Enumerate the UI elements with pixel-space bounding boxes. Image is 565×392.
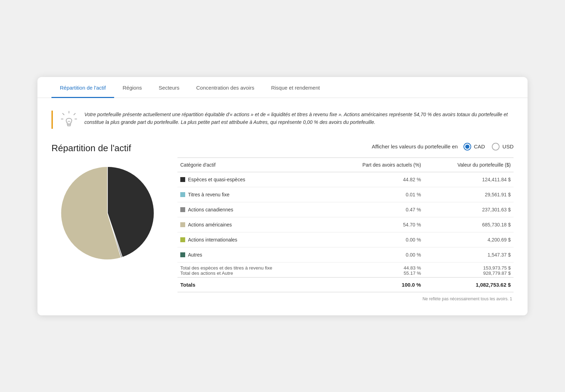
grand-total-percent: 100.0 % — [326, 277, 424, 292]
lightbulb-icon — [60, 111, 78, 129]
color-dot — [180, 207, 185, 212]
table-row: Espèces et quasi-espèces 44.82 % 124,411… — [177, 172, 514, 187]
category-name: Autres — [188, 252, 202, 258]
usd-radio[interactable] — [492, 143, 500, 150]
section-title: Répartition de l'actif — [51, 143, 163, 154]
footnote: Ne reflète pas nécessairement tous les a… — [177, 296, 514, 301]
totals-row: Total des espèces et des titres à revenu… — [177, 262, 514, 277]
svg-rect-6 — [68, 125, 70, 126]
value-cell: 29,561.91 $ — [424, 187, 514, 202]
col-header-category: Catégorie d'actif — [177, 158, 326, 172]
cad-radio[interactable] — [463, 143, 471, 150]
insight-box: Votre portefeuille présente actuellement… — [51, 111, 514, 129]
table-row: Titres à revenu fixe 0.01 % 29,561.91 $ — [177, 187, 514, 202]
grand-total-value: 1,082,753.62 $ — [424, 277, 514, 292]
svg-line-8 — [69, 121, 70, 122]
color-dot — [180, 237, 185, 242]
table-row: Actions canadiennes 0.47 % 237,301.63 $ — [177, 202, 514, 217]
percent-cell: 0.00 % — [326, 232, 424, 247]
category-cell: Autres — [177, 247, 326, 262]
main-content: Répartition de l'actif Afficher les vale… — [37, 139, 528, 315]
color-dot — [180, 222, 185, 227]
totals-value-cell: 153,973.75 $ 928,779.87 $ — [424, 262, 514, 277]
table-row: Actions internationales 0.00 % 4,200.69 … — [177, 232, 514, 247]
value-cell: 685,730.18 $ — [424, 217, 514, 232]
tab-risque[interactable]: Risque et rendement — [263, 77, 328, 98]
color-dot — [180, 192, 185, 197]
currency-options: CAD USD — [463, 143, 514, 150]
category-cell: Actions internationales — [177, 232, 326, 247]
right-panel: Afficher les valeurs du portefeuille en … — [177, 143, 514, 301]
tab-regions[interactable]: Régions — [114, 77, 150, 98]
svg-line-2 — [74, 113, 75, 115]
col-header-value: Valeur du portefeuille ($) — [424, 158, 514, 172]
percent-cell: 44.82 % — [326, 172, 424, 187]
category-name: Actions canadiennes — [188, 207, 233, 212]
grand-total-row: Totals 100.0 % 1,082,753.62 $ — [177, 277, 514, 292]
pie-chart-wrapper — [51, 164, 163, 262]
category-name: Espèces et quasi-espèces — [188, 177, 245, 182]
usd-option[interactable]: USD — [492, 143, 514, 150]
category-cell: Titres à revenu fixe — [177, 187, 326, 202]
col-header-percent: Part des avoirs actuels (%) — [326, 158, 424, 172]
value-cell: 237,301.63 $ — [424, 202, 514, 217]
left-panel: Répartition de l'actif — [51, 143, 163, 262]
cad-label: CAD — [474, 144, 485, 149]
currency-label: Afficher les valeurs du portefeuille en — [372, 144, 458, 149]
category-cell: Actions canadiennes — [177, 202, 326, 217]
percent-cell: 0.47 % — [326, 202, 424, 217]
pie-chart — [58, 164, 156, 262]
insight-text: Votre portefeuille présente actuellement… — [84, 111, 514, 126]
category-name: Titres à revenu fixe — [188, 192, 230, 197]
category-cell: Actions américaines — [177, 217, 326, 232]
table-row: Autres 0.00 % 1,547.37 $ — [177, 247, 514, 262]
tab-secteurs[interactable]: Secteurs — [150, 77, 188, 98]
value-cell: 124,411.84 $ — [424, 172, 514, 187]
asset-table: Catégorie d'actif Part des avoirs actuel… — [177, 158, 514, 292]
grand-total-label: Totals — [177, 277, 326, 292]
percent-cell: 0.00 % — [326, 247, 424, 262]
cad-option[interactable]: CAD — [463, 143, 485, 150]
percent-cell: 54.70 % — [326, 217, 424, 232]
totals-percent-cell: 44.83 % 55.17 % — [326, 262, 424, 277]
category-cell: Espèces et quasi-espèces — [177, 172, 326, 187]
table-row: Actions américaines 54.70 % 685,730.18 $ — [177, 217, 514, 232]
nav-tabs: Répartition de l'actif Régions Secteurs … — [37, 77, 528, 98]
value-cell: 1,547.37 $ — [424, 247, 514, 262]
category-name: Actions américaines — [188, 222, 232, 227]
value-cell: 4,200.69 $ — [424, 232, 514, 247]
totals-label-cell: Total des espèces et des titres à revenu… — [177, 262, 326, 277]
color-dot — [180, 177, 185, 182]
percent-cell: 0.01 % — [326, 187, 424, 202]
tab-concentration[interactable]: Concentration des avoirs — [188, 77, 263, 98]
usd-label: USD — [502, 144, 514, 149]
main-card: Répartition de l'actif Régions Secteurs … — [37, 77, 528, 315]
currency-selector: Afficher les valeurs du portefeuille en … — [177, 143, 514, 150]
tab-repartition[interactable]: Répartition de l'actif — [51, 77, 114, 98]
svg-line-1 — [63, 113, 64, 115]
category-name: Actions internationales — [188, 237, 237, 243]
color-dot — [180, 252, 185, 257]
